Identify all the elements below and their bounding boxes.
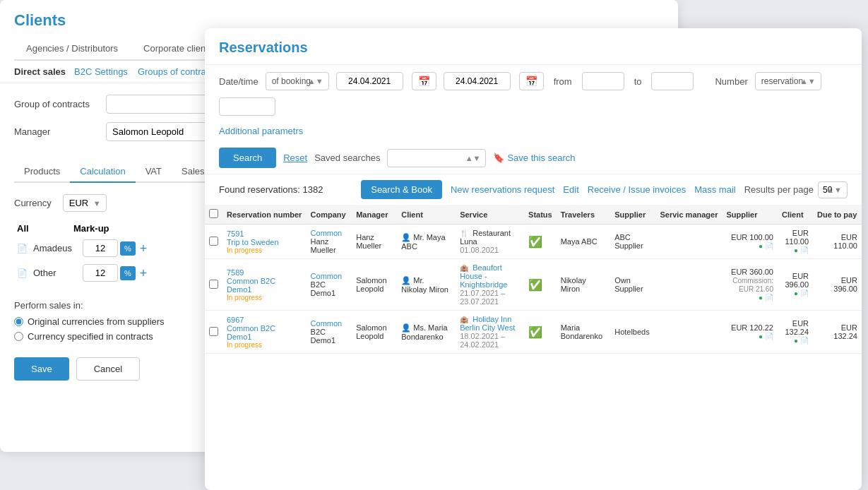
company-common-1[interactable]: Common (311, 229, 348, 237)
company-common-2[interactable]: Common (311, 272, 348, 280)
service-cell-3: 🏨 Holiday Inn Berlin City West 18.02.202… (456, 311, 524, 354)
reset-button[interactable]: Reset (283, 153, 307, 163)
doc-icon-3: 📄 (765, 333, 773, 340)
new-reservations-link[interactable]: New reservations request (451, 184, 554, 195)
edit-link[interactable]: Edit (563, 184, 578, 195)
manager-cell-2: Salomon Leopold (352, 259, 397, 311)
serv-manager-cell-1 (656, 225, 723, 259)
other-markup-input[interactable] (83, 264, 118, 282)
amadeus-add-button[interactable]: + (140, 242, 148, 255)
th-client: Client (397, 205, 456, 225)
group-contracts-select[interactable] (106, 95, 219, 114)
client-cell-1: 👤 Mr. Maya ABC (397, 225, 456, 259)
th-travelers: Travelers (557, 205, 610, 225)
reservation-type-select[interactable]: reservation (755, 72, 821, 90)
table-row: 7589 Common B2C Demo1 In progress Common… (205, 259, 862, 311)
table-row: 6967 Common B2C Demo1 In progress Common… (205, 311, 862, 354)
client-icon-1: 👤 (401, 233, 411, 241)
res-num-cell-2: 7589 Common B2C Demo1 In progress (222, 259, 307, 311)
date-from-input[interactable] (336, 72, 403, 90)
res-num-6967[interactable]: 6967 (227, 316, 302, 324)
tab-agencies-distributors[interactable]: Agencies / Distributors (14, 37, 130, 59)
status-cell-1: ✅ (524, 225, 557, 259)
calendar-from-button[interactable]: 📅 (412, 72, 436, 90)
table-row: 7591 Trip to Sweden In progress Common H… (205, 225, 862, 259)
group-contracts-label: Group of contracts (14, 99, 106, 109)
select-all-checkbox[interactable] (209, 209, 218, 218)
restaurant-icon: 🍴 (460, 229, 468, 237)
booking-type-select[interactable]: of booking (266, 72, 329, 90)
saved-searches-select[interactable] (387, 149, 486, 167)
th-res-number: Reservation number (222, 205, 307, 225)
radio-contracts-input[interactable] (14, 332, 23, 341)
mass-mail-link[interactable]: Mass mail (694, 184, 736, 195)
company-common-3[interactable]: Common (311, 319, 348, 328)
supplier-amt-cell-1: EUR 100.00 ● 📄 (722, 225, 778, 259)
manager-select[interactable]: Salomon Leopold (106, 122, 219, 141)
green-dot-3: ● (759, 333, 763, 340)
cancel-button[interactable]: Cancel (76, 357, 140, 381)
save-search-button[interactable]: 🔖 Save this search (493, 153, 575, 163)
calendar-to-button[interactable]: 📅 (519, 72, 544, 90)
travelers-cell-2: Nikolay Miron (557, 259, 610, 311)
manager-cell-1: Hanz Mueller (352, 225, 397, 259)
range-from-input[interactable] (582, 72, 624, 90)
subnav-b2c-settings[interactable]: B2C Settings (74, 66, 128, 77)
row-checkbox-cell-3 (205, 311, 222, 354)
commission-text: Commission: EUR 21.60 (732, 277, 773, 293)
currency-select[interactable]: EUR (63, 194, 107, 212)
hotel-icon-2: 🏨 (460, 316, 468, 323)
client-icon-2: 👤 (401, 276, 411, 285)
th-manager: Manager (352, 205, 397, 225)
amadeus-markup-input[interactable] (83, 239, 118, 257)
client-amt-cell-2: EUR 396.00 ● 📄 (778, 259, 813, 311)
search-book-button[interactable]: Search & Book (361, 180, 442, 199)
supplier-name-cell-1: ABC Supplier (610, 225, 655, 259)
currency-label: Currency (14, 198, 52, 208)
row-checkbox-3[interactable] (209, 327, 218, 336)
per-page-select[interactable]: 50 (818, 181, 848, 198)
reservation-number-input[interactable] (219, 97, 275, 116)
tab-products[interactable]: Products (14, 161, 70, 183)
provider-other-doc-icon: 📄 (17, 268, 28, 278)
save-button[interactable]: Save (14, 357, 69, 381)
receive-issue-link[interactable]: Receive / Issue invoices (588, 184, 686, 195)
provider-other-name: Other (33, 268, 83, 278)
res-trip-link[interactable]: Trip to Sweden (227, 238, 302, 246)
green-dot-1: ● (759, 242, 763, 250)
other-pct-button[interactable]: % (120, 266, 136, 280)
res-b2c-link-2[interactable]: Common B2C Demo1 (227, 324, 302, 341)
row-checkbox-2[interactable] (209, 280, 218, 289)
res-b2c-link-1[interactable]: Common B2C Demo1 (227, 277, 302, 294)
amadeus-pct-button[interactable]: % (120, 241, 136, 256)
res-num-7591[interactable]: 7591 (227, 229, 302, 238)
range-to-input[interactable] (651, 72, 694, 90)
col-all-header: All (17, 223, 73, 234)
provider-amadeus-name: Amadeus (33, 243, 83, 253)
supplier-amt-cell-2: EUR 360.00 Commission: EUR 21.60 ● 📄 (722, 259, 778, 311)
th-due: Due to pay (813, 205, 862, 225)
client-amt-cell-3: EUR 132.24 ● 📄 (778, 311, 813, 354)
th-service: Service (456, 205, 524, 225)
radio-original-input[interactable] (14, 317, 23, 326)
to-label: to (634, 76, 642, 87)
date-to-input[interactable] (444, 72, 511, 90)
tab-vat[interactable]: VAT (136, 161, 172, 183)
other-add-button[interactable]: + (140, 267, 148, 280)
row-checkbox-1[interactable] (209, 237, 218, 246)
status-ok-icon-1: ✅ (528, 236, 542, 248)
company-cell-1: Common Hanz Mueller (307, 225, 352, 259)
travelers-cell-1: Maya ABC (557, 225, 610, 259)
due-cell-1: EUR 110.00 (813, 225, 862, 259)
status-ok-icon-2: ✅ (528, 279, 542, 291)
supplier-amt-cell-3: EUR 120.22 ● 📄 (722, 311, 778, 354)
doc-icon-c1: 📄 (800, 246, 809, 254)
doc-icon-c3: 📄 (800, 337, 809, 345)
res-status-1: In progress (227, 246, 302, 254)
tab-calculation[interactable]: Calculation (70, 161, 135, 183)
res-num-7589[interactable]: 7589 (227, 268, 302, 277)
additional-params-link[interactable]: Additional parametrs (219, 126, 303, 136)
th-status: Status (524, 205, 557, 225)
search-button[interactable]: Search (219, 148, 276, 168)
radio-original-label: Original currencies from suppliers (28, 316, 165, 327)
